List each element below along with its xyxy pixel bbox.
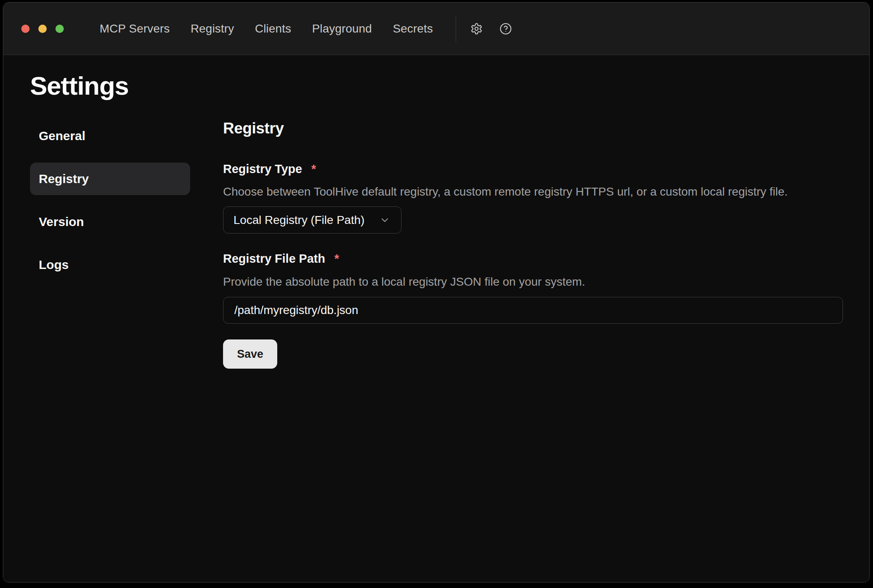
titlebar-divider [456,15,456,42]
registry-settings-panel: Registry Registry Type* Choose between T… [223,120,843,369]
chevron-down-icon [379,215,390,226]
field-registry-file-path: Registry File Path* Provide the absolute… [223,251,843,324]
sidebar-item-version[interactable]: Version [30,206,190,238]
registry-file-path-input[interactable] [223,297,843,324]
save-button[interactable]: Save [223,339,277,369]
sidebar-item-logs[interactable]: Logs [30,249,190,281]
app-window: MCP Servers Registry Clients Playground … [3,2,870,583]
help-circle-icon[interactable] [499,23,512,35]
registry-type-label: Registry Type [223,162,302,176]
zoom-window-button[interactable] [55,25,64,33]
nav-item-mcp-servers[interactable]: MCP Servers [100,22,170,35]
field-registry-type: Registry Type* Choose between ToolHive d… [223,161,843,234]
top-nav: MCP Servers Registry Clients Playground … [100,22,433,35]
titlebar: MCP Servers Registry Clients Playground … [3,3,869,55]
minimize-window-button[interactable] [38,25,47,33]
settings-sidebar: General Registry Version Logs [30,120,190,369]
settings-gear-icon[interactable] [470,23,483,35]
section-heading: Registry [223,120,843,138]
sidebar-item-registry[interactable]: Registry [30,163,190,195]
registry-type-select[interactable]: Local Registry (File Path) [223,206,401,234]
nav-item-playground[interactable]: Playground [312,22,372,35]
registry-type-selected-value: Local Registry (File Path) [233,214,364,227]
close-window-button[interactable] [21,25,30,33]
settings-page: Settings General Registry Version Logs R… [3,55,869,582]
nav-item-secrets[interactable]: Secrets [393,22,433,35]
registry-type-description: Choose between ToolHive default registry… [223,184,843,199]
registry-file-path-label: Registry File Path [223,252,325,265]
traffic-lights [3,25,64,33]
required-asterisk: * [311,162,316,176]
nav-item-clients[interactable]: Clients [255,22,291,35]
nav-item-registry[interactable]: Registry [191,22,234,35]
page-title: Settings [30,71,869,101]
required-asterisk: * [334,252,339,265]
sidebar-item-general[interactable]: General [30,120,190,152]
registry-file-path-description: Provide the absolute path to a local reg… [223,274,843,289]
